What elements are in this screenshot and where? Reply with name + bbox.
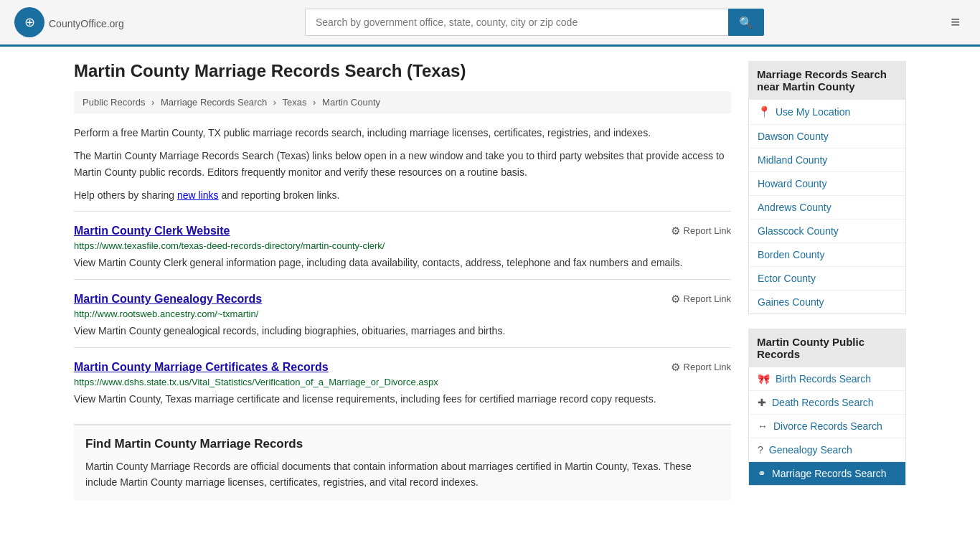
glasscock-county-link[interactable]: Glasscock County	[758, 225, 839, 237]
desc3-prefix: Help others by sharing	[74, 189, 177, 201]
breadcrumb-sep-2: ›	[273, 97, 276, 108]
andrews-county-link[interactable]: Andrews County	[758, 202, 831, 213]
search-button[interactable]: 🔍	[728, 9, 764, 36]
breadcrumb-sep-1: ›	[151, 97, 154, 108]
death-records-link[interactable]: Death Records Search	[772, 397, 874, 408]
marriage-records-link[interactable]: Marriage Records Search	[772, 468, 887, 479]
logo-text: CountyOffice.org	[49, 14, 124, 31]
report-icon-2: ⚙	[671, 361, 680, 374]
borden-county-item[interactable]: Borden County	[749, 243, 905, 267]
find-title: Find Martin County Marriage Records	[85, 437, 720, 451]
breadcrumb-sep-3: ›	[313, 97, 316, 108]
midland-county-link[interactable]: Midland County	[758, 154, 827, 166]
gaines-county-link[interactable]: Gaines County	[758, 296, 824, 308]
death-records-item[interactable]: ✚ Death Records Search	[749, 391, 905, 415]
result-header-2: Martin County Marriage Certificates & Re…	[74, 361, 731, 374]
public-records-section: Martin County Public Records 🎀 Birth Rec…	[748, 329, 906, 486]
logo-name: CountyOffice	[49, 18, 107, 29]
ector-county-item[interactable]: Ector County	[749, 267, 905, 291]
search-input[interactable]	[305, 9, 728, 36]
report-link-0[interactable]: ⚙ Report Link	[671, 225, 731, 237]
page-title: Martin County Marriage Records Search (T…	[74, 61, 731, 81]
result-title-1[interactable]: Martin County Genealogy Records	[74, 293, 262, 306]
header-right: ≡	[945, 10, 966, 34]
breadcrumb-texas[interactable]: Texas	[283, 97, 307, 108]
dawson-county-link[interactable]: Dawson County	[758, 131, 829, 142]
new-links-link[interactable]: new links	[177, 189, 219, 201]
result-desc-1: View Martin County genealogical records,…	[74, 324, 731, 339]
nearby-list: 📍 Use My Location Dawson County Midland …	[748, 100, 906, 314]
breadcrumb-public-records[interactable]: Public Records	[83, 97, 145, 108]
result-title-2[interactable]: Martin County Marriage Certificates & Re…	[74, 361, 329, 374]
description-3: Help others by sharing new links and rep…	[74, 187, 731, 203]
howard-county-item[interactable]: Howard County	[749, 172, 905, 196]
logo-area: ⊕ CountyOffice.org	[14, 7, 124, 37]
borden-county-link[interactable]: Borden County	[758, 249, 824, 260]
find-desc: Martin County Marriage Records are offic…	[85, 458, 720, 491]
result-item-0: Martin County Clerk Website ⚙ Report Lin…	[74, 211, 731, 276]
result-url-1: http://www.rootsweb.ancestry.com/~txmart…	[74, 309, 731, 319]
genealogy-search-link[interactable]: Genealogy Search	[769, 444, 852, 456]
birth-records-item[interactable]: 🎀 Birth Records Search	[749, 367, 905, 391]
description-1: Perform a free Martin County, TX public …	[74, 125, 731, 141]
dawson-county-item[interactable]: Dawson County	[749, 125, 905, 149]
report-link-1[interactable]: ⚙ Report Link	[671, 293, 731, 306]
result-item-1: Martin County Genealogy Records ⚙ Report…	[74, 279, 731, 344]
result-header-0: Martin County Clerk Website ⚙ Report Lin…	[74, 225, 731, 237]
genealogy-search-item[interactable]: ? Genealogy Search	[749, 438, 905, 462]
gaines-county-item[interactable]: Gaines County	[749, 291, 905, 314]
andrews-county-item[interactable]: Andrews County	[749, 196, 905, 220]
glasscock-county-item[interactable]: Glasscock County	[749, 220, 905, 243]
logo-suffix: .org	[107, 18, 124, 29]
breadcrumb-marriage-records-search[interactable]: Marriage Records Search	[161, 97, 267, 108]
results-container: Martin County Clerk Website ⚙ Report Lin…	[74, 211, 731, 413]
divorce-records-link[interactable]: Divorce Records Search	[773, 420, 882, 432]
description-2: The Martin County Marriage Records Searc…	[74, 148, 731, 180]
breadcrumb: Public Records › Marriage Records Search…	[74, 91, 731, 113]
use-my-location-link[interactable]: Use My Location	[776, 106, 850, 118]
nearby-title: Marriage Records Search near Martin Coun…	[748, 61, 906, 100]
use-my-location-item[interactable]: 📍 Use My Location	[749, 100, 905, 125]
result-desc-0: View Martin County Clerk general informa…	[74, 255, 731, 270]
logo-icon: ⊕	[14, 7, 44, 37]
site-header: ⊕ CountyOffice.org 🔍 ≡	[0, 0, 980, 47]
divorce-icon: ↔	[758, 420, 768, 432]
result-url-0: https://www.texasfile.com/texas-deed-rec…	[74, 240, 731, 251]
divorce-records-item[interactable]: ↔ Divorce Records Search	[749, 415, 905, 438]
desc3-suffix: and reporting broken links.	[219, 189, 340, 201]
result-title-0[interactable]: Martin County Clerk Website	[74, 225, 230, 237]
main-container: Martin County Marriage Records Search (T…	[60, 47, 920, 514]
report-label-1: Report Link	[684, 293, 731, 304]
result-item-2: Martin County Marriage Certificates & Re…	[74, 347, 731, 413]
midland-county-item[interactable]: Midland County	[749, 149, 905, 172]
ector-county-link[interactable]: Ector County	[758, 273, 816, 284]
result-url-2: https://www.dshs.state.tx.us/Vital_Stati…	[74, 377, 731, 387]
report-icon-0: ⚙	[671, 225, 680, 237]
result-header-1: Martin County Genealogy Records ⚙ Report…	[74, 293, 731, 306]
genealogy-icon: ?	[758, 444, 763, 456]
report-label-2: Report Link	[684, 362, 731, 372]
search-area: 🔍	[305, 9, 764, 36]
birth-icon: 🎀	[758, 373, 770, 385]
marriage-records-item[interactable]: ⚭ Marriage Records Search	[749, 462, 905, 485]
nearby-section: Marriage Records Search near Martin Coun…	[748, 61, 906, 314]
public-records-list: 🎀 Birth Records Search ✚ Death Records S…	[748, 367, 906, 486]
howard-county-link[interactable]: Howard County	[758, 178, 827, 189]
report-link-2[interactable]: ⚙ Report Link	[671, 361, 731, 374]
marriage-icon: ⚭	[758, 468, 766, 479]
public-records-title: Martin County Public Records	[748, 329, 906, 367]
death-icon: ✚	[758, 397, 766, 408]
location-icon: 📍	[758, 105, 771, 118]
birth-records-link[interactable]: Birth Records Search	[776, 373, 871, 385]
content-area: Martin County Marriage Records Search (T…	[74, 61, 731, 500]
result-desc-2: View Martin County, Texas marriage certi…	[74, 392, 731, 407]
find-section: Find Martin County Marriage Records Mart…	[74, 424, 731, 501]
breadcrumb-martin-county[interactable]: Martin County	[322, 97, 380, 108]
sidebar: Marriage Records Search near Martin Coun…	[748, 61, 906, 500]
menu-button[interactable]: ≡	[945, 10, 966, 34]
report-icon-1: ⚙	[671, 293, 680, 306]
report-label-0: Report Link	[684, 225, 731, 236]
